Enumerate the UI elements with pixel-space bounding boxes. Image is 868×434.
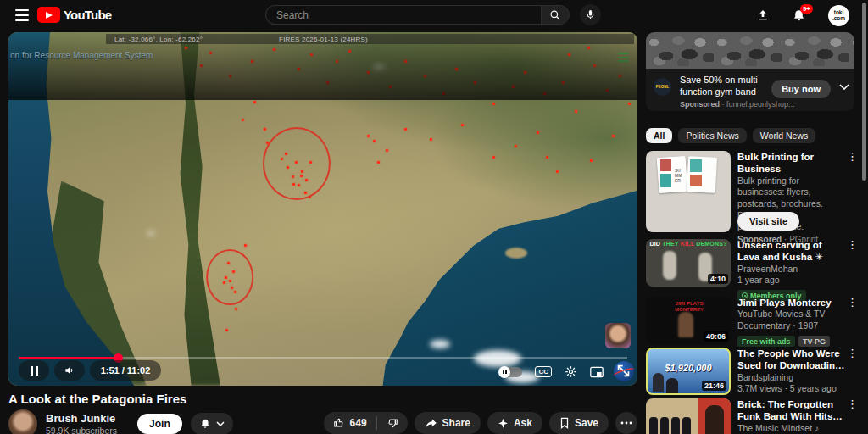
video-stats: 3.7M views · 5 years ago: [737, 383, 858, 395]
save-button[interactable]: Save: [549, 412, 609, 434]
channel-subscribers: 59.9K subscribers: [46, 426, 117, 434]
upload-button[interactable]: [756, 8, 770, 22]
notify-button[interactable]: [191, 413, 233, 434]
hamburger-menu-icon[interactable]: [15, 9, 29, 21]
ad-logo: PEONL: [654, 78, 671, 96]
search-field[interactable]: [265, 5, 541, 25]
ad-chevron-button[interactable]: [839, 84, 849, 90]
share-label: Share: [442, 417, 470, 429]
miniplayer-button[interactable]: [590, 366, 604, 378]
share-icon: [425, 418, 437, 429]
avatar-text-2: .com: [832, 15, 845, 21]
buy-now-button[interactable]: Buy now: [771, 80, 831, 98]
video-stats: Documentary · 1987: [737, 320, 858, 332]
thumbs-up-icon: [333, 417, 345, 429]
channel-avatar[interactable]: [8, 409, 37, 434]
chip-all[interactable]: All: [646, 128, 672, 143]
video-row: BRICK! Brick: The Forgotten Funk Band Wi…: [646, 398, 858, 434]
progress-played: [19, 357, 119, 359]
video-duration: 21:46: [702, 381, 726, 391]
video-menu-button[interactable]: ⋮: [847, 239, 858, 250]
search-input[interactable]: [276, 9, 522, 21]
like-button[interactable]: 649: [324, 412, 376, 434]
chip-politics-news[interactable]: Politics News: [678, 128, 746, 143]
youtube-logo-text: YouTube: [64, 8, 111, 22]
autoplay-toggle[interactable]: [499, 367, 522, 377]
video-stats: 1 year ago: [737, 275, 858, 287]
top-bar: YouTube 9+ toki .com: [0, 0, 868, 31]
fullscreen-button[interactable]: [616, 364, 631, 378]
video-menu-button[interactable]: ⋮: [847, 151, 858, 162]
video-channel[interactable]: Bandsplaining: [737, 372, 858, 384]
ask-button[interactable]: Ask: [487, 412, 542, 434]
video-duration: 49:06: [704, 331, 728, 342]
video-title-link[interactable]: Bulk Printing for Business: [737, 151, 846, 175]
video-thumbnail[interactable]: BRICK!: [646, 398, 731, 434]
sponsored-video-row: SU MM ER Bulk Printing for Business Bulk…: [646, 151, 858, 244]
pause-button[interactable]: [19, 360, 49, 381]
ad-banner-image[interactable]: [646, 32, 854, 69]
cc-button[interactable]: CC: [535, 366, 552, 377]
thumbnail-caption: JIMI PLAYS MONTEREY: [675, 301, 704, 313]
video-duration: 4:10: [708, 274, 728, 284]
upload-icon: [756, 8, 770, 22]
top-bar-right: 9+ toki .com: [756, 0, 849, 31]
ask-label: Ask: [514, 417, 532, 429]
free-with-ads-badge: Free with ads: [737, 336, 795, 347]
youtube-logo[interactable]: YouTube: [37, 7, 111, 23]
video-menu-button[interactable]: ⋮: [847, 398, 858, 409]
visit-site-button[interactable]: Visit site: [737, 212, 799, 231]
video-title-link[interactable]: Jimi Plays Monterey: [737, 297, 846, 309]
video-thumbnail[interactable]: JIMI PLAYS MONTEREY 49:06: [646, 297, 731, 344]
like-count: 649: [350, 417, 367, 429]
settings-button[interactable]: [565, 365, 577, 378]
mic-button[interactable]: [580, 4, 601, 25]
video-menu-button[interactable]: ⋮: [847, 297, 858, 308]
video-player[interactable]: Lat: -32.066°, Lon: -62.262° FIRES 2026-…: [8, 32, 637, 386]
ad-advertiser: funnel.peonlyshop...: [726, 100, 795, 108]
dislike-button[interactable]: [377, 412, 408, 434]
video-title-link[interactable]: Brick: The Forgotten Funk Band With Hits…: [737, 398, 846, 423]
ad-headline-2: function gym band: [680, 86, 782, 98]
video-menu-button[interactable]: ⋮: [847, 348, 858, 359]
video-thumbnail[interactable]: SU MM ER: [646, 151, 731, 232]
page-scrollbar[interactable]: [862, 3, 866, 181]
volume-icon: [64, 364, 75, 376]
video-channel[interactable]: YouTube Movies & TV: [737, 309, 858, 320]
share-button[interactable]: Share: [415, 412, 481, 434]
video-meta: The People Who Were Sued for Downloading…: [737, 348, 858, 395]
player-bottom-gradient: [8, 32, 637, 100]
notifications-button[interactable]: 9+: [792, 8, 806, 23]
save-label: Save: [575, 417, 598, 429]
pause-icon: [31, 366, 38, 376]
player-controls-left: 1:51 / 11:02: [19, 360, 161, 381]
video-row: JIMI PLAYS MONTEREY 49:06 Jimi Plays Mon…: [646, 297, 858, 348]
volume-button[interactable]: [54, 360, 85, 381]
video-row: $1,920,000 21:46 The People Who Were Sue…: [646, 348, 858, 395]
channel-watermark-avatar[interactable]: [605, 323, 631, 348]
join-button[interactable]: Join: [137, 414, 182, 434]
video-meta: Bulk Printing for Business Bulk printing…: [737, 151, 858, 244]
video-thumbnail[interactable]: $1,920,000 21:46: [646, 348, 731, 395]
ad-body: PEONL Save 50% on multi function gym ban…: [646, 69, 854, 111]
player-controls-right: CC: [499, 365, 604, 378]
search-icon: [549, 9, 561, 21]
video-channel[interactable]: The Music Mindset ♪: [737, 423, 858, 434]
video-title-link[interactable]: Unseen carving of Lava and Kusha ✳: [737, 239, 846, 264]
account-avatar[interactable]: toki .com: [828, 5, 849, 26]
ad-headline[interactable]: Save 50% on multi function gym band: [680, 75, 782, 98]
ad-sponsored-line: Sponsored · funnel.peonlyshop...: [680, 100, 848, 108]
rating-badge: TV-PG: [798, 336, 830, 347]
thumbs-down-icon: [387, 417, 398, 429]
more-actions-button[interactable]: [615, 412, 637, 434]
video-title: A Look at the Patagonia Fires: [8, 392, 186, 406]
mic-icon: [585, 9, 596, 20]
video-channel[interactable]: PraveenMohan: [737, 264, 858, 275]
search-button[interactable]: [541, 5, 570, 25]
chip-world-news[interactable]: World News: [753, 128, 815, 143]
channel-name[interactable]: Brush Junkie: [46, 412, 117, 426]
video-title-link[interactable]: The People Who Were Sued for Downloading…: [737, 348, 846, 372]
video-row: DID THEY KILL DEMONS? 4:10 Unseen carvin…: [646, 239, 858, 302]
video-thumbnail[interactable]: DID THEY KILL DEMONS? 4:10: [646, 239, 731, 287]
progress-bar[interactable]: [19, 357, 627, 359]
